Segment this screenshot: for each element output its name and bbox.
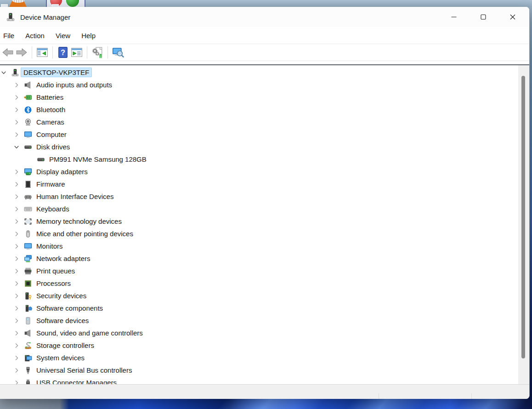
usb-icon xyxy=(24,366,32,375)
tree-item[interactable]: Audio inputs and outputs xyxy=(0,79,518,91)
tree-item[interactable]: Computer xyxy=(0,128,518,141)
tree-item-label: Network adapters xyxy=(34,254,93,263)
tree-item[interactable]: Software components xyxy=(0,302,518,314)
device-manager-window: Device Manager FileActionViewHelp ? DESK… xyxy=(0,7,530,399)
tree-item[interactable]: Security devices xyxy=(0,290,518,302)
tree-item[interactable]: Cameras xyxy=(0,116,518,128)
chevron-right-icon[interactable] xyxy=(13,131,20,138)
chevron-right-icon[interactable] xyxy=(13,267,20,275)
disk-icon xyxy=(37,155,45,164)
tree-item-label: Firmware xyxy=(34,180,68,188)
firmware-chip-icon xyxy=(24,180,32,188)
tree-item[interactable]: Print queues xyxy=(0,265,518,277)
tree-item[interactable]: System devices xyxy=(0,352,518,364)
tree-item[interactable]: Memory technology devices xyxy=(0,215,518,227)
tree-item[interactable]: Disk drives xyxy=(0,141,518,153)
software-device-icon xyxy=(24,317,32,325)
chevron-right-icon[interactable] xyxy=(13,342,20,349)
status-bar-separator xyxy=(379,393,379,399)
chevron-right-icon[interactable] xyxy=(13,379,20,385)
update-driver-button[interactable] xyxy=(91,45,104,59)
tree-item[interactable]: Processors xyxy=(0,277,518,290)
tree-item[interactable]: Keyboards xyxy=(0,203,518,215)
back-button[interactable] xyxy=(1,45,15,59)
tree-item[interactable]: USB Connector Managers xyxy=(0,376,518,384)
mouse-icon xyxy=(24,230,32,238)
tree-item[interactable]: Universal Serial Bus controllers xyxy=(0,364,518,376)
printer-icon xyxy=(24,267,32,275)
device-tree: DESKTOP-VKP3TEFAudio inputs and outputsB… xyxy=(0,65,518,384)
software-component-icon xyxy=(24,304,32,312)
tree-item[interactable]: Storage controllers xyxy=(0,339,518,352)
tree-item-label: USB Connector Managers xyxy=(34,378,119,384)
show-hide-console-tree-button[interactable] xyxy=(35,45,49,59)
monitor-icon xyxy=(24,242,32,250)
chevron-right-icon[interactable] xyxy=(13,205,20,213)
gamepad-icon xyxy=(24,193,32,201)
chevron-right-icon[interactable] xyxy=(13,193,20,200)
tree-item[interactable]: Display adapters xyxy=(0,165,518,178)
chevron-right-icon[interactable] xyxy=(13,230,20,238)
chevron-right-icon[interactable] xyxy=(13,367,20,374)
tree-item[interactable]: Sound, video and game controllers xyxy=(0,327,518,339)
close-button[interactable] xyxy=(498,7,527,27)
tree-item-label: Sound, video and game controllers xyxy=(34,329,145,337)
tree-item[interactable]: Mice and other pointing devices xyxy=(0,227,518,240)
scan-hardware-changes-button[interactable] xyxy=(111,45,125,59)
title-bar[interactable]: Device Manager xyxy=(0,7,529,27)
minimize-button[interactable] xyxy=(439,7,469,27)
disk-icon xyxy=(24,143,32,151)
menu-bar: FileActionViewHelp xyxy=(0,27,529,44)
tree-item[interactable]: PM991 NVMe Samsung 128GB xyxy=(0,153,518,165)
menu-file[interactable]: File xyxy=(0,27,20,44)
chevron-spacer xyxy=(26,156,33,163)
chevron-right-icon[interactable] xyxy=(13,280,20,287)
chevron-right-icon[interactable] xyxy=(13,218,20,225)
toolbar-separator xyxy=(108,46,108,58)
chevron-down-icon[interactable] xyxy=(13,143,20,151)
bluetooth-icon xyxy=(24,106,32,114)
properties-button[interactable] xyxy=(70,45,84,59)
tree-item-label: Universal Serial Bus controllers xyxy=(34,366,134,375)
forward-button[interactable] xyxy=(15,45,28,59)
chevron-right-icon[interactable] xyxy=(13,94,20,101)
tree-item-label: PM991 NVMe Samsung 128GB xyxy=(47,155,149,164)
maximize-button[interactable] xyxy=(469,7,498,27)
tree-item[interactable]: Firmware xyxy=(0,178,518,190)
chevron-right-icon[interactable] xyxy=(13,329,20,337)
tree-item-label: Cameras xyxy=(34,118,67,126)
menu-help[interactable]: Help xyxy=(76,27,101,44)
help-button[interactable]: ? xyxy=(56,45,70,59)
menu-action[interactable]: Action xyxy=(20,27,50,44)
tree-item-label: Computer xyxy=(34,130,69,139)
vertical-scrollbar[interactable] xyxy=(518,65,529,384)
battery-icon xyxy=(24,93,32,102)
chevron-right-icon[interactable] xyxy=(13,168,20,176)
chevron-right-icon[interactable] xyxy=(13,119,20,126)
tree-item[interactable]: Batteries xyxy=(0,91,518,103)
chevron-right-icon[interactable] xyxy=(13,243,20,250)
tree-item[interactable]: Human Interface Devices xyxy=(0,190,518,203)
svg-text:?: ? xyxy=(61,48,65,57)
toolbar-separator xyxy=(52,46,53,58)
chevron-right-icon[interactable] xyxy=(13,106,20,114)
tree-item[interactable]: Bluetooth xyxy=(0,103,518,116)
tree-item[interactable]: Software devices xyxy=(0,314,518,327)
chevron-right-icon[interactable] xyxy=(13,305,20,312)
tree-item-label: Mice and other pointing devices xyxy=(34,229,136,238)
chevron-down-icon[interactable] xyxy=(0,69,7,76)
speaker-icon xyxy=(24,329,32,337)
chevron-right-icon[interactable] xyxy=(13,292,20,300)
menu-view[interactable]: View xyxy=(50,27,76,44)
tree-item[interactable]: Network adapters xyxy=(0,252,518,265)
scrollbar-thumb[interactable] xyxy=(521,76,525,358)
chevron-right-icon[interactable] xyxy=(13,354,20,362)
chevron-right-icon[interactable] xyxy=(13,81,20,89)
tree-item[interactable]: DESKTOP-VKP3TEF xyxy=(0,66,518,79)
tree-item[interactable]: Monitors xyxy=(0,240,518,252)
chevron-right-icon[interactable] xyxy=(13,255,20,262)
toolbar-separator xyxy=(32,46,32,58)
chevron-right-icon[interactable] xyxy=(13,181,20,188)
content-area: DESKTOP-VKP3TEFAudio inputs and outputsB… xyxy=(0,65,529,384)
chevron-right-icon[interactable] xyxy=(13,317,20,324)
